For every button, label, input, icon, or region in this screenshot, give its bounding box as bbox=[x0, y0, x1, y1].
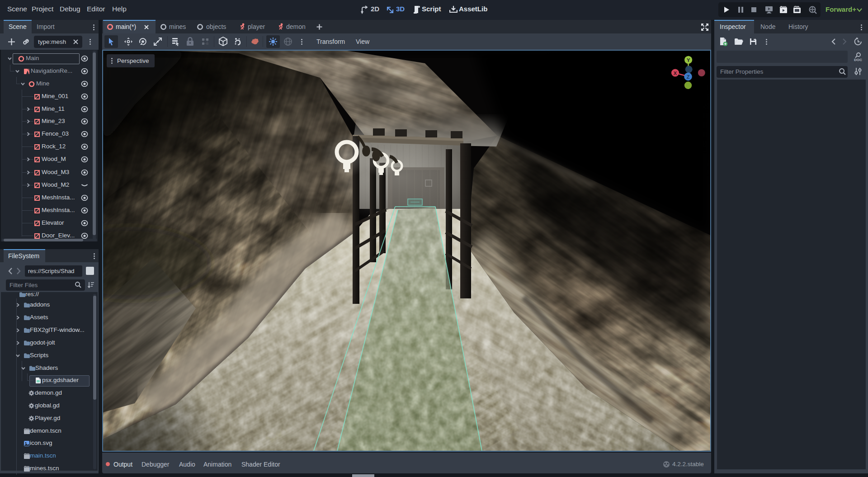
svg-text:DOC: DOC bbox=[854, 58, 862, 62]
svg-text:Z: Z bbox=[687, 74, 690, 80]
svg-text:Y: Y bbox=[687, 57, 690, 63]
svg-text:X: X bbox=[674, 71, 677, 76]
